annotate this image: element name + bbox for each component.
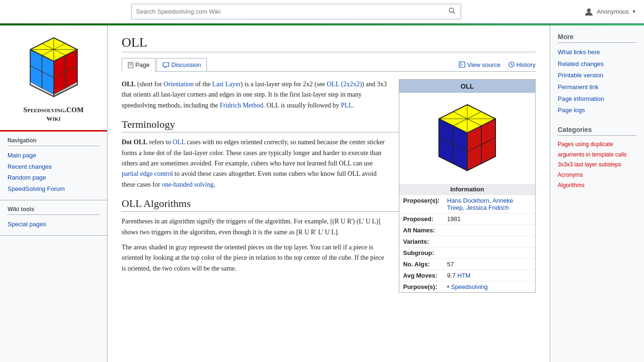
avg-moves-label: Avg Moves: [399,270,443,281]
speedsolving-link[interactable]: Speedsolving [451,283,487,290]
search-button[interactable] [444,4,461,19]
search-icon [448,7,456,15]
sidebar-item-speedsolving-forum[interactable]: SpeedSolving Forum [8,183,99,194]
history-icon [508,61,515,68]
history-link[interactable]: History [508,61,536,68]
infobox-image [399,93,535,184]
tab-page-label: Page [135,61,149,68]
source-icon [459,61,465,68]
discussion-icon [163,62,169,68]
fridrich-method-link[interactable]: Fridrich Method [220,102,263,109]
proposer-fridrich[interactable]: Jessica Fridrich [466,204,509,211]
left-sidebar: SPEEDSOLVING.COM WIKI Navigation Main pa… [0,25,107,362]
page-icon [128,62,133,68]
alt-names-value [443,225,535,236]
svg-point-2 [587,8,591,12]
sidebar-item-recent-changes[interactable]: Recent changes [8,161,99,172]
search-form [131,4,461,19]
category-acronyms[interactable]: Acronyms [558,170,636,181]
what-links-here-link[interactable]: What links here [558,47,636,58]
tab-actions: View source History [459,61,536,68]
svg-line-1 [453,12,455,14]
infobox-row-proposers: Proposer(s): Hans Dockhorn, Anneke Treep… [399,195,535,214]
wiki-tools-title: Wiki tools [8,206,99,215]
permanent-link[interactable]: Permanent link [558,82,636,93]
infobox-row-subgroup: Subgroup: [399,247,535,259]
last-layer-link[interactable]: Last Layer [212,81,240,88]
infobox-row-proposed: Proposed: 1981 [399,214,535,225]
avg-moves-value: 9.7 HTM [443,270,535,281]
oll-cube-image [429,98,505,178]
one-handed-solving-link[interactable]: one-handed solving [162,181,214,188]
wiki-tools-section: Wiki tools Special pages [0,200,107,236]
infobox-table: Proposer(s): Hans Dockhorn, Anneke Treep… [399,195,535,292]
proposers-value: Hans Dockhorn, Anneke Treep, Jessica Fri… [443,195,535,214]
view-source-label: View source [467,61,501,68]
site-title: SPEEDSOLVING.COM WIKI [8,106,99,123]
more-section: More What links here Related changes Pri… [558,33,636,116]
subgroup-label: Subgroup: [399,247,443,259]
purposes-value: • Speedsolving [443,281,535,293]
layout: SPEEDSOLVING.COM WIKI Navigation Main pa… [0,25,644,362]
sidebar-item-random-page[interactable]: Random page [8,172,99,183]
svg-line-37 [512,65,513,66]
right-sidebar: More What links here Related changes Pri… [550,25,644,362]
infobox-row-avg-moves: Avg Moves: 9.7 HTM [399,270,535,281]
page-title: OLL [122,35,536,52]
user-label: Anonymous [596,8,629,15]
infobox-row-no-algs: No. Algs: 57 [399,259,535,270]
categories-section: Categories Pages using duplicate argumen… [558,126,636,190]
variants-label: Variants: [399,236,443,247]
alt-names-label: Alt Names: [399,225,443,236]
page-logs-link[interactable]: Page logs [558,105,636,116]
proposer-dockhorn[interactable]: Hans Dockhorn [447,197,489,204]
proposers-label: Proposer(s): [399,195,443,214]
dot-oll-bold: Dot OLL [122,139,148,146]
purposes-label: Purpose(s): [399,281,443,293]
subgroup-value [443,247,535,259]
variants-value [443,236,535,247]
no-algs-value: 57 [443,259,535,270]
search-input[interactable] [132,5,444,18]
infobox-title: OLL [399,80,535,93]
view-source-link[interactable]: View source [459,61,501,68]
user-menu[interactable]: Anonymous ▼ [584,7,636,16]
infobox-info-header: Information [399,184,535,195]
main-content: OLL Page Discussion View source History [107,25,550,362]
page-information-link[interactable]: Page information [558,93,636,105]
user-dropdown-icon: ▼ [632,9,636,14]
history-label: History [517,61,536,68]
infobox-row-purposes: Purpose(s): • Speedsolving [399,281,535,293]
navigation-title: Navigation [8,137,99,146]
oll-link-2[interactable]: OLL [173,139,185,146]
page-tabs: Page Discussion View source History [122,58,536,72]
sidebar-item-main-page[interactable]: Main page [8,150,99,161]
infobox-row-alt-names: Alt Names: [399,225,535,236]
tab-discussion-label: Discussion [171,61,201,68]
topbar: Anonymous ▼ [0,0,644,24]
proposed-value: 1981 [443,214,535,225]
oll-2x2-link[interactable]: OLL (2x2x2) [327,81,362,88]
category-duplicate-args[interactable]: Pages using duplicate arguments in templ… [558,140,636,160]
svg-point-0 [449,8,454,12]
more-title: More [558,33,636,43]
tab-page[interactable]: Page [122,58,156,72]
category-3x3x3-last-layer[interactable]: 3x3x3 last layer substeps [558,160,636,170]
no-algs-label: No. Algs: [399,259,443,270]
pll-link[interactable]: PLL [341,102,353,109]
partial-edge-control-link[interactable]: partial edge control [122,170,173,177]
tab-discussion[interactable]: Discussion [157,58,207,71]
rubiks-cube-logo [21,33,87,104]
sidebar-item-special-pages[interactable]: Special pages [8,219,99,230]
oll-bold: OLL [122,81,136,88]
printable-version-link[interactable]: Printable version [558,70,636,82]
category-algorithms[interactable]: Algorithms [558,181,636,191]
logo-area: SPEEDSOLVING.COM WIKI [0,25,107,132]
infobox-row-variants: Variants: [399,236,535,247]
orientation-link[interactable]: Orientation [164,81,194,88]
related-changes-link[interactable]: Related changes [558,58,636,70]
navigation-section: Navigation Main page Recent changes Rand… [0,132,107,200]
user-icon [584,7,594,16]
proposed-label: Proposed: [399,214,443,225]
htm-link[interactable]: HTM [457,272,471,279]
